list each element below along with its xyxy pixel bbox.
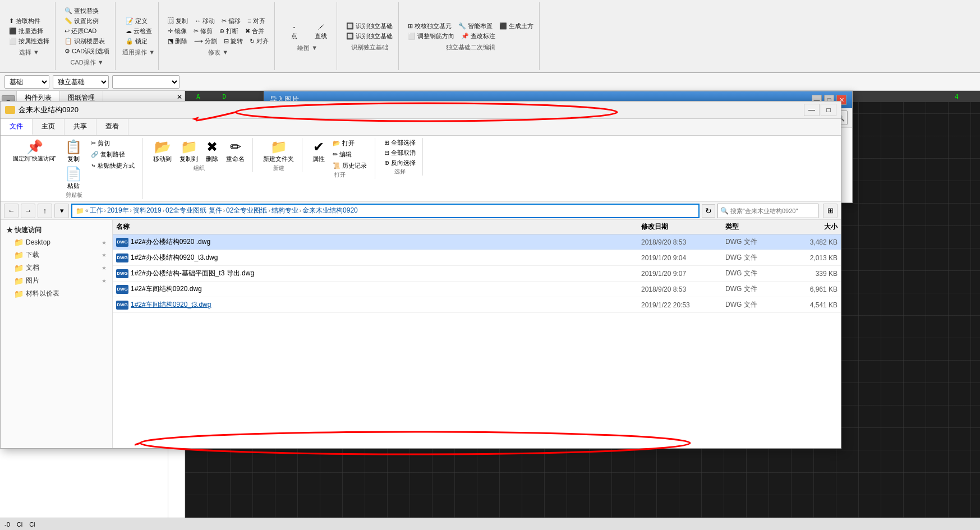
fe-pin-btn[interactable]: 📌 固定到"快速访问"	[10, 138, 59, 191]
fe-bc-allplans[interactable]: 02全专业图纸	[226, 206, 267, 215]
fe-tab-home[interactable]: 主页	[33, 119, 65, 135]
adjust-rebar-btn[interactable]: ⬜ 调整钢筋方向	[406, 31, 457, 41]
file-row-4[interactable]: DWG 1#2#车间结构0920_t3.dwg 2019/1/22 20:53 …	[113, 297, 841, 313]
merge-btn[interactable]: ⊕ 打断	[217, 26, 241, 36]
calibrate-btn[interactable]: ⊞ 校核独立基元	[406, 21, 454, 31]
check-note-btn[interactable]: 📌 查改标注	[459, 31, 498, 41]
fe-history-btn[interactable]: 📜 历史记录	[329, 160, 370, 171]
fe-selectnone-btn[interactable]: ⊟ 全部取消	[382, 148, 418, 158]
header-type[interactable]: 类型	[725, 222, 793, 232]
fe-refresh-btn[interactable]: ↻	[702, 204, 715, 218]
point-btn[interactable]: · 点	[282, 21, 306, 42]
fe-bc-year[interactable]: 2019年	[107, 206, 129, 215]
fe-copypath-btn[interactable]: 🔗 复制路径	[88, 149, 138, 160]
cloud-check-btn[interactable]: ☁ 云检查	[123, 26, 154, 36]
fe-newfolder-btn[interactable]: 📁 新建文件夹	[260, 138, 297, 164]
recog-indep2-btn[interactable]: 🔲 识别独立基础	[344, 31, 395, 41]
earthwork-icon: ⬛	[499, 22, 507, 30]
file-row-3[interactable]: DWG 1#2#车间结构0920.dwg 2018/9/20 8:53 DWG …	[113, 282, 841, 297]
smart-layout-btn[interactable]: 🔧 智能布置	[456, 21, 495, 31]
general-group-label[interactable]: 通用操作 ▼	[122, 48, 155, 57]
fe-delete-btn[interactable]: ✖ 删除	[203, 138, 222, 164]
fe-open-btn[interactable]: 📂 打开	[329, 138, 370, 149]
fe-cut-btn[interactable]: ✂ 剪切	[88, 138, 138, 149]
header-date[interactable]: 修改日期	[641, 222, 725, 232]
lock-btn[interactable]: 🔒 锁定	[123, 36, 154, 46]
pickup-btn[interactable]: ⬆ 拾取构件	[7, 16, 52, 26]
fe-new-label: 新建	[260, 164, 297, 172]
fe-tab-file[interactable]: 文件	[1, 119, 33, 135]
fe-back-btn[interactable]: ←	[4, 204, 19, 218]
fe-sidebar-docs[interactable]: 📁 文档 ★	[1, 261, 112, 274]
modify-group-label[interactable]: 修改 ▼	[208, 48, 228, 57]
break-btn[interactable]: ✂ 偏移	[219, 16, 243, 26]
header-size[interactable]: 大小	[793, 222, 838, 232]
fe-search-input[interactable]	[730, 208, 816, 214]
fe-edit-btn[interactable]: ✏ 编辑	[329, 149, 370, 160]
draw-group-label[interactable]: 绘图 ▼	[297, 44, 318, 52]
file-row-1[interactable]: DWG 1#2#办公楼结构0920_t3.dwg 2019/1/20 9:04 …	[113, 250, 841, 266]
fe-nav-dropdown-btn[interactable]: ▾	[54, 204, 69, 218]
cad-recog-btn[interactable]: ⚙ CAD识别选项	[62, 47, 112, 56]
fe-sidebar-materials[interactable]: 📁 材料以价表	[1, 287, 112, 300]
define-btn[interactable]: 📝 定义	[123, 16, 154, 26]
fe-sidebar-desktop[interactable]: 📁 Desktop ★	[1, 236, 112, 248]
fe-bc-jinlai[interactable]: 金来木业结构0920	[302, 206, 358, 215]
cad-group-label[interactable]: CAD操作 ▼	[71, 58, 104, 67]
fe-tab-share[interactable]: 共享	[65, 119, 96, 135]
copy-btn[interactable]: ⿴ 复制	[165, 16, 190, 26]
recog-group-label[interactable]: 识别独立基础	[351, 43, 388, 52]
file-row-2[interactable]: DWG 1#2#办公楼结构-基础平面图_t3 导出.dwg 2019/1/20 …	[113, 266, 841, 282]
mirror-btn[interactable]: ⬔ 删除	[165, 36, 190, 46]
batch-select-btn[interactable]: ⬛ 批量选择	[7, 26, 52, 36]
status-ci-1: Ci	[17, 521, 22, 528]
extend-btn[interactable]: ↔ 移动	[192, 16, 217, 26]
fe-sidebar-quickaccess[interactable]: ★ 快速访问	[1, 223, 112, 236]
delete-btn[interactable]: ✖ 合并	[243, 26, 266, 36]
fe-up-btn[interactable]: ↑	[38, 204, 52, 218]
fe-rename-btn[interactable]: ✏ 重命名	[223, 138, 248, 164]
general-btns: 📝 定义 ☁ 云检查 🔒 锁定	[123, 16, 154, 46]
recog-indep-btn[interactable]: 🔲 识别独立基础	[344, 21, 395, 31]
fe-forward-btn[interactable]: →	[21, 204, 35, 218]
type-select[interactable]: 独立基础	[53, 75, 109, 89]
fe-copyto-btn[interactable]: 📁 复制到	[176, 138, 201, 164]
fe-copy-btn[interactable]: 📋 复制	[62, 138, 85, 164]
file-row-0[interactable]: DWG 1#2#办公楼结构0920 .dwg 2018/9/20 8:53 DW…	[113, 234, 841, 250]
instance-select[interactable]	[112, 75, 180, 89]
select-group-label[interactable]: 选择 ▼	[19, 48, 39, 57]
fe-bc-data2019[interactable]: 资料2019	[133, 206, 162, 215]
set-scale-btn[interactable]: 📏 设置比例	[62, 16, 112, 26]
secondary-group-label[interactable]: 独立基础二次编辑	[446, 43, 495, 52]
line-btn[interactable]: ⟋ 直线	[309, 21, 333, 42]
trim-btn[interactable]: ✂ 修剪	[191, 26, 215, 36]
move-btn[interactable]: ✛ 镜像	[165, 26, 189, 36]
category-select[interactable]: 基础	[4, 75, 49, 89]
header-name[interactable]: 名称	[116, 222, 641, 232]
align-btn[interactable]: ≡ 对齐	[245, 16, 267, 26]
fe-moveto-btn[interactable]: 📂 移动到	[150, 138, 175, 164]
fe-sidebar-download[interactable]: 📁 下载 ★	[1, 248, 112, 261]
fe-bc-allplans-copy[interactable]: 02全专业图纸 复件	[165, 206, 222, 215]
fe-maximize-btn[interactable]: □	[821, 104, 836, 116]
gen-earthwork-btn[interactable]: ⬛ 生成土方	[497, 21, 536, 31]
recog-floor-btn[interactable]: 📋 识别楼层表	[62, 36, 112, 46]
fe-view-toggle-btn[interactable]: ⊞	[823, 204, 838, 218]
prop-select-icon: ⬜	[9, 38, 17, 45]
offset-btn[interactable]: ⟿ 分割	[192, 36, 219, 46]
rotate-btn[interactable]: ↻ 对齐	[247, 36, 271, 46]
fe-properties-btn[interactable]: ✔ 属性	[309, 138, 328, 171]
fe-tab-view[interactable]: 查看	[96, 119, 128, 135]
fe-bc-work[interactable]: 工作	[90, 206, 103, 215]
split-btn[interactable]: ⊟ 旋转	[222, 36, 245, 46]
fe-pasteshortcut-btn[interactable]: ⤷ 粘贴快捷方式	[88, 160, 138, 171]
prop-select-btn[interactable]: ⬜ 按属性选择	[7, 36, 52, 46]
restore-cad-btn[interactable]: ↩ 还原CAD	[62, 26, 112, 36]
fe-sidebar-pics[interactable]: 📁 图片 ★	[1, 274, 112, 287]
fe-invertselect-btn[interactable]: ⊕ 反向选择	[382, 158, 418, 168]
fe-selectall-btn[interactable]: ⊞ 全部选择	[382, 138, 418, 148]
find-replace-btn[interactable]: 🔍 查找替换	[62, 6, 112, 16]
fe-bc-struct[interactable]: 结构专业	[272, 206, 298, 215]
fe-minimize-btn[interactable]: —	[804, 104, 820, 116]
fe-paste-btn[interactable]: 📄 粘贴	[62, 165, 85, 191]
